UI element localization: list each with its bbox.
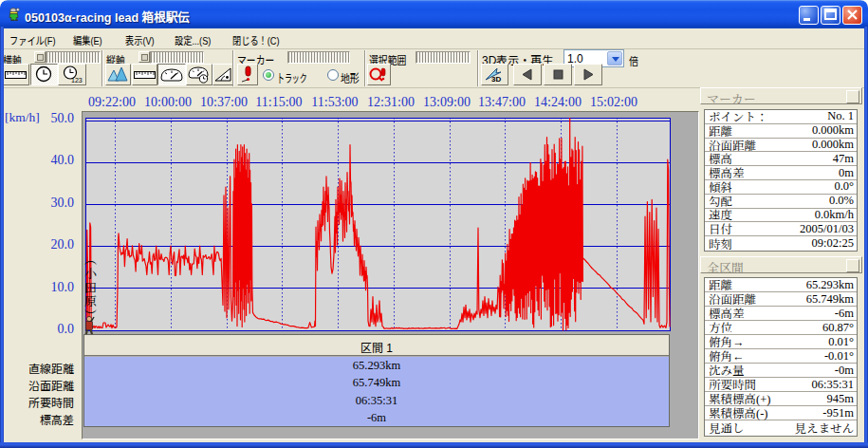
svg-text:3D: 3D bbox=[491, 75, 501, 84]
svg-text:123: 123 bbox=[71, 77, 83, 84]
